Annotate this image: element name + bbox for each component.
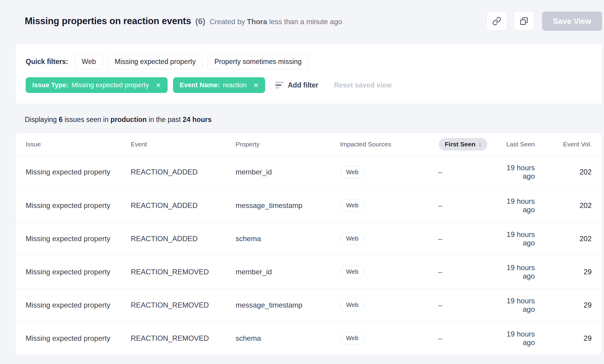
cell-impacted-sources: Web [340, 199, 425, 212]
page-header: Missing properties on reaction events (6… [0, 0, 604, 33]
summary-count: 6 [59, 116, 63, 123]
col-header-last-seen[interactable]: Last Seen [502, 141, 544, 148]
cell-event-vol: 202 [544, 168, 592, 176]
source-badge: Web [340, 199, 365, 212]
table-row[interactable]: Missing expected property REACTION_ADDED… [15, 222, 602, 255]
active-filter-chip[interactable]: Event Name: reaction ✕ [173, 77, 265, 93]
col-header-event[interactable]: Event [131, 141, 236, 148]
save-view-button[interactable]: Save View [542, 11, 602, 31]
table-row[interactable]: Missing expected property REACTION_REMOV… [15, 255, 602, 288]
quick-filters-row: Quick filters: Web Missing expected prop… [26, 54, 592, 69]
col-header-property[interactable]: Property [236, 141, 340, 148]
cell-first-seen: – [425, 268, 502, 276]
cell-event: REACTION_ADDED [131, 235, 236, 243]
cell-issue: Missing expected property [26, 301, 131, 309]
issue-count: (6) [195, 17, 205, 26]
reset-saved-view-button[interactable]: Reset saved view [334, 81, 392, 89]
cell-last-seen: 19 hours ago [502, 164, 544, 180]
sort-descending-icon: ↓ [478, 141, 481, 148]
cell-last-seen: 19 hours ago [502, 230, 544, 247]
summary-range: 24 hours [183, 116, 212, 123]
cell-property: schema [236, 334, 340, 343]
source-badge: Web [340, 166, 365, 178]
active-filter-list: Issue Type: Missing expected property ✕ … [26, 77, 265, 93]
quick-filter-list: Web Missing expected property Property s… [75, 54, 309, 69]
first-seen-sort-button[interactable]: First Seen ↓ [439, 138, 488, 151]
col-header-impacted-sources[interactable]: Impacted Sources [340, 141, 425, 148]
cell-property: member_id [236, 268, 340, 276]
duplicate-view-button[interactable] [514, 11, 534, 31]
cell-first-seen: – [425, 334, 502, 343]
cell-event: REACTION_REMOVED [131, 268, 236, 276]
page-title: Missing properties on reaction events [25, 16, 191, 27]
quick-filters-label: Quick filters: [26, 58, 68, 66]
col-header-issue[interactable]: Issue [26, 141, 131, 148]
quick-filter-button[interactable]: Property sometimes missing [207, 54, 309, 69]
cell-impacted-sources: Web [340, 332, 425, 344]
cell-impacted-sources: Web [340, 299, 425, 311]
table-row[interactable]: Missing expected property REACTION_REMOV… [15, 321, 602, 355]
cell-issue: Missing expected property [26, 268, 131, 276]
cell-first-seen: – [425, 201, 502, 210]
col-header-first-seen: First Seen ↓ [425, 138, 502, 151]
table-header-row: Issue Event Property Impacted Sources Fi… [15, 133, 602, 155]
issues-table: Issue Event Property Impacted Sources Fi… [15, 133, 602, 355]
add-filter-button[interactable]: Add filter [275, 81, 318, 89]
cell-event-vol: 202 [544, 235, 592, 243]
table-row[interactable]: Missing expected property REACTION_ADDED… [15, 155, 602, 189]
cell-event: REACTION_REMOVED [131, 334, 236, 343]
cell-issue: Missing expected property [26, 168, 131, 176]
cell-event: REACTION_ADDED [131, 201, 236, 210]
title-wrap: Missing properties on reaction events (6… [25, 16, 487, 27]
remove-filter-icon[interactable]: ✕ [156, 82, 161, 88]
cell-last-seen: 19 hours ago [502, 297, 544, 314]
cell-event: REACTION_ADDED [131, 168, 236, 176]
results-summary: Displaying 6 issues seen in production i… [25, 116, 604, 124]
copy-link-button[interactable] [487, 11, 507, 31]
link-icon [492, 17, 501, 26]
cell-impacted-sources: Web [340, 166, 425, 178]
cell-event-vol: 29 [544, 268, 592, 276]
table-body: Missing expected property REACTION_ADDED… [15, 155, 602, 355]
cell-event-vol: 29 [544, 301, 592, 309]
cell-event-vol: 202 [544, 201, 592, 210]
cell-property: message_timestamp [236, 301, 340, 309]
header-actions: Save View [487, 11, 602, 31]
cell-impacted-sources: Web [340, 266, 425, 278]
col-header-event-vol[interactable]: Event Vol. [544, 141, 592, 148]
cell-first-seen: – [425, 168, 502, 176]
cell-issue: Missing expected property [26, 235, 131, 243]
created-by-text: Created by Thora less than a minute ago [210, 18, 342, 26]
cell-last-seen: 19 hours ago [502, 263, 544, 280]
filters-panel: Quick filters: Web Missing expected prop… [15, 43, 602, 104]
active-filters-row: Issue Type: Missing expected property ✕ … [26, 77, 592, 93]
table-row[interactable]: Missing expected property REACTION_REMOV… [15, 288, 602, 321]
remove-filter-icon[interactable]: ✕ [253, 82, 259, 88]
summary-environment: production [111, 116, 147, 123]
filter-icon [275, 82, 284, 88]
copy-icon [519, 17, 528, 26]
cell-property: message_timestamp [236, 201, 340, 210]
cell-first-seen: – [425, 235, 502, 243]
source-badge: Web [340, 299, 365, 311]
cell-last-seen: 19 hours ago [502, 197, 544, 214]
source-badge: Web [340, 266, 365, 278]
table-row[interactable]: Missing expected property REACTION_ADDED… [15, 189, 602, 222]
created-by-user: Thora [247, 18, 267, 26]
cell-issue: Missing expected property [26, 334, 131, 343]
quick-filter-button[interactable]: Missing expected property [108, 54, 203, 69]
source-badge: Web [340, 332, 365, 344]
cell-impacted-sources: Web [340, 232, 425, 245]
cell-first-seen: – [425, 301, 502, 309]
quick-filter-button[interactable]: Web [75, 54, 103, 69]
source-badge: Web [340, 232, 365, 245]
cell-event-vol: 29 [544, 334, 592, 343]
cell-property: member_id [236, 168, 340, 176]
cell-property: schema [236, 235, 340, 243]
active-filter-chip[interactable]: Issue Type: Missing expected property ✕ [26, 77, 168, 93]
cell-last-seen: 19 hours ago [502, 330, 544, 347]
cell-event: REACTION_REMOVED [131, 301, 236, 309]
cell-issue: Missing expected property [26, 201, 131, 210]
